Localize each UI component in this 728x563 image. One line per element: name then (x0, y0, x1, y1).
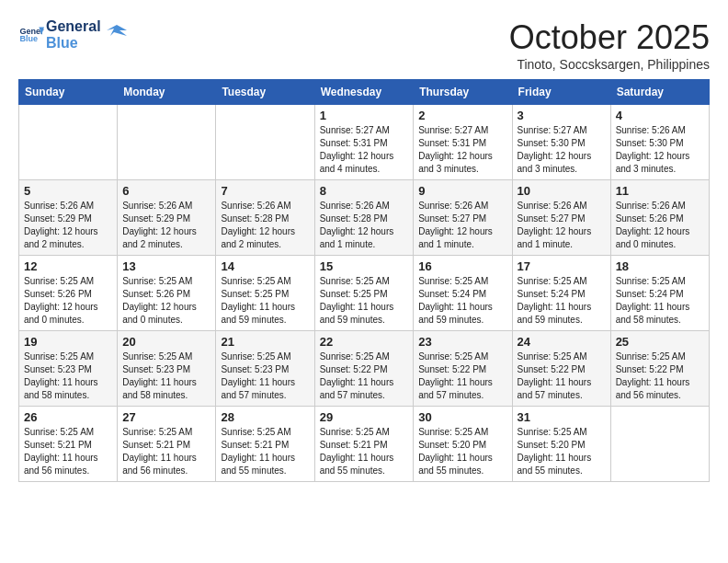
calendar-week-row: 26Sunrise: 5:25 AM Sunset: 5:21 PM Dayli… (19, 407, 710, 482)
day-number: 28 (221, 410, 309, 424)
weekday-header-saturday: Saturday (610, 80, 709, 105)
weekday-header-row: SundayMondayTuesdayWednesdayThursdayFrid… (19, 80, 710, 105)
calendar-cell: 24Sunrise: 5:25 AM Sunset: 5:22 PM Dayli… (512, 331, 610, 407)
calendar-cell: 10Sunrise: 5:26 AM Sunset: 5:27 PM Dayli… (512, 180, 610, 256)
day-number: 27 (122, 410, 210, 424)
day-number: 30 (418, 410, 506, 424)
calendar-week-row: 5Sunrise: 5:26 AM Sunset: 5:29 PM Daylig… (19, 180, 710, 256)
day-number: 16 (418, 259, 506, 273)
day-number: 31 (518, 410, 606, 424)
calendar-cell: 11Sunrise: 5:26 AM Sunset: 5:26 PM Dayli… (610, 180, 709, 256)
day-info: Sunrise: 5:25 AM Sunset: 5:22 PM Dayligh… (518, 350, 606, 402)
day-number: 23 (418, 335, 506, 349)
day-info: Sunrise: 5:25 AM Sunset: 5:21 PM Dayligh… (122, 426, 210, 477)
day-info: Sunrise: 5:26 AM Sunset: 5:30 PM Dayligh… (616, 124, 704, 176)
day-info: Sunrise: 5:25 AM Sunset: 5:20 PM Dayligh… (518, 426, 606, 477)
day-info: Sunrise: 5:26 AM Sunset: 5:27 PM Dayligh… (418, 200, 506, 251)
svg-text:Blue: Blue (19, 34, 38, 43)
month-title: October 2025 (509, 18, 710, 57)
weekday-header-thursday: Thursday (414, 80, 512, 105)
day-info: Sunrise: 5:25 AM Sunset: 5:26 PM Dayligh… (24, 275, 112, 327)
calendar-cell: 5Sunrise: 5:26 AM Sunset: 5:29 PM Daylig… (19, 180, 118, 256)
location-title: Tinoto, Soccsksargen, Philippines (509, 57, 710, 72)
day-number: 14 (221, 259, 309, 273)
day-number: 20 (122, 335, 210, 349)
day-number: 6 (122, 184, 210, 198)
day-info: Sunrise: 5:26 AM Sunset: 5:27 PM Dayligh… (518, 200, 606, 251)
calendar-cell (118, 105, 216, 180)
calendar-cell (19, 105, 118, 180)
day-info: Sunrise: 5:25 AM Sunset: 5:21 PM Dayligh… (24, 426, 112, 477)
weekday-header-friday: Friday (512, 80, 610, 105)
day-info: Sunrise: 5:27 AM Sunset: 5:31 PM Dayligh… (418, 124, 506, 176)
calendar-cell: 9Sunrise: 5:26 AM Sunset: 5:27 PM Daylig… (414, 180, 512, 256)
day-info: Sunrise: 5:25 AM Sunset: 5:20 PM Dayligh… (418, 426, 506, 477)
calendar-cell: 3Sunrise: 5:27 AM Sunset: 5:30 PM Daylig… (512, 105, 610, 180)
calendar-cell: 22Sunrise: 5:25 AM Sunset: 5:22 PM Dayli… (314, 331, 414, 407)
logo-blue: Blue (46, 35, 101, 52)
calendar-cell: 30Sunrise: 5:25 AM Sunset: 5:20 PM Dayli… (414, 407, 512, 482)
day-info: Sunrise: 5:27 AM Sunset: 5:31 PM Dayligh… (320, 124, 409, 176)
day-info: Sunrise: 5:25 AM Sunset: 5:24 PM Dayligh… (616, 275, 704, 327)
page-container: General Blue General Blue October 2025 T… (18, 18, 710, 482)
day-info: Sunrise: 5:27 AM Sunset: 5:30 PM Dayligh… (518, 124, 606, 176)
logo-bird-icon (107, 21, 127, 41)
day-number: 8 (320, 184, 409, 198)
calendar-cell: 23Sunrise: 5:25 AM Sunset: 5:22 PM Dayli… (414, 331, 512, 407)
day-info: Sunrise: 5:25 AM Sunset: 5:26 PM Dayligh… (122, 275, 210, 327)
day-number: 1 (320, 109, 409, 122)
calendar-cell: 31Sunrise: 5:25 AM Sunset: 5:20 PM Dayli… (512, 407, 610, 482)
calendar-cell: 15Sunrise: 5:25 AM Sunset: 5:25 PM Dayli… (314, 256, 414, 331)
day-number: 7 (221, 184, 309, 198)
day-info: Sunrise: 5:25 AM Sunset: 5:22 PM Dayligh… (320, 350, 409, 402)
day-info: Sunrise: 5:26 AM Sunset: 5:26 PM Dayligh… (616, 200, 704, 251)
day-info: Sunrise: 5:25 AM Sunset: 5:23 PM Dayligh… (221, 350, 309, 402)
weekday-header-tuesday: Tuesday (216, 80, 314, 105)
weekday-header-monday: Monday (118, 80, 216, 105)
day-info: Sunrise: 5:25 AM Sunset: 5:25 PM Dayligh… (320, 275, 409, 327)
calendar-cell: 18Sunrise: 5:25 AM Sunset: 5:24 PM Dayli… (610, 256, 709, 331)
calendar-week-row: 12Sunrise: 5:25 AM Sunset: 5:26 PM Dayli… (19, 256, 710, 331)
day-info: Sunrise: 5:25 AM Sunset: 5:24 PM Dayligh… (418, 275, 506, 327)
day-number: 13 (122, 259, 210, 273)
day-number: 25 (616, 335, 704, 349)
calendar-week-row: 19Sunrise: 5:25 AM Sunset: 5:23 PM Dayli… (19, 331, 710, 407)
calendar-cell: 28Sunrise: 5:25 AM Sunset: 5:21 PM Dayli… (216, 407, 314, 482)
calendar-cell: 14Sunrise: 5:25 AM Sunset: 5:25 PM Dayli… (216, 256, 314, 331)
calendar-cell: 27Sunrise: 5:25 AM Sunset: 5:21 PM Dayli… (118, 407, 216, 482)
calendar-cell: 29Sunrise: 5:25 AM Sunset: 5:21 PM Dayli… (314, 407, 414, 482)
calendar-cell: 2Sunrise: 5:27 AM Sunset: 5:31 PM Daylig… (414, 105, 512, 180)
day-info: Sunrise: 5:26 AM Sunset: 5:29 PM Dayligh… (24, 200, 112, 251)
day-number: 19 (24, 335, 112, 349)
calendar-cell (216, 105, 314, 180)
calendar-cell: 17Sunrise: 5:25 AM Sunset: 5:24 PM Dayli… (512, 256, 610, 331)
day-number: 9 (418, 184, 506, 198)
day-number: 12 (24, 259, 112, 273)
logo-general: General (46, 18, 101, 35)
calendar-cell: 26Sunrise: 5:25 AM Sunset: 5:21 PM Dayli… (19, 407, 118, 482)
day-info: Sunrise: 5:25 AM Sunset: 5:23 PM Dayligh… (122, 350, 210, 402)
day-number: 3 (518, 109, 606, 122)
day-number: 17 (518, 259, 606, 273)
day-info: Sunrise: 5:26 AM Sunset: 5:29 PM Dayligh… (122, 200, 210, 251)
weekday-header-wednesday: Wednesday (314, 80, 414, 105)
calendar-table: SundayMondayTuesdayWednesdayThursdayFrid… (18, 79, 710, 482)
day-info: Sunrise: 5:25 AM Sunset: 5:22 PM Dayligh… (616, 350, 704, 402)
day-number: 10 (518, 184, 606, 198)
day-number: 29 (320, 410, 409, 424)
day-number: 21 (221, 335, 309, 349)
calendar-cell: 8Sunrise: 5:26 AM Sunset: 5:28 PM Daylig… (314, 180, 414, 256)
day-info: Sunrise: 5:26 AM Sunset: 5:28 PM Dayligh… (320, 200, 409, 251)
day-number: 2 (418, 109, 506, 122)
calendar-cell: 1Sunrise: 5:27 AM Sunset: 5:31 PM Daylig… (314, 105, 414, 180)
day-number: 18 (616, 259, 704, 273)
logo: General Blue General Blue (18, 18, 127, 52)
day-number: 26 (24, 410, 112, 424)
calendar-cell (610, 407, 709, 482)
calendar-cell: 13Sunrise: 5:25 AM Sunset: 5:26 PM Dayli… (118, 256, 216, 331)
day-number: 15 (320, 259, 409, 273)
day-number: 11 (616, 184, 704, 198)
calendar-cell: 19Sunrise: 5:25 AM Sunset: 5:23 PM Dayli… (19, 331, 118, 407)
day-info: Sunrise: 5:25 AM Sunset: 5:21 PM Dayligh… (221, 426, 309, 477)
day-info: Sunrise: 5:26 AM Sunset: 5:28 PM Dayligh… (221, 200, 309, 251)
